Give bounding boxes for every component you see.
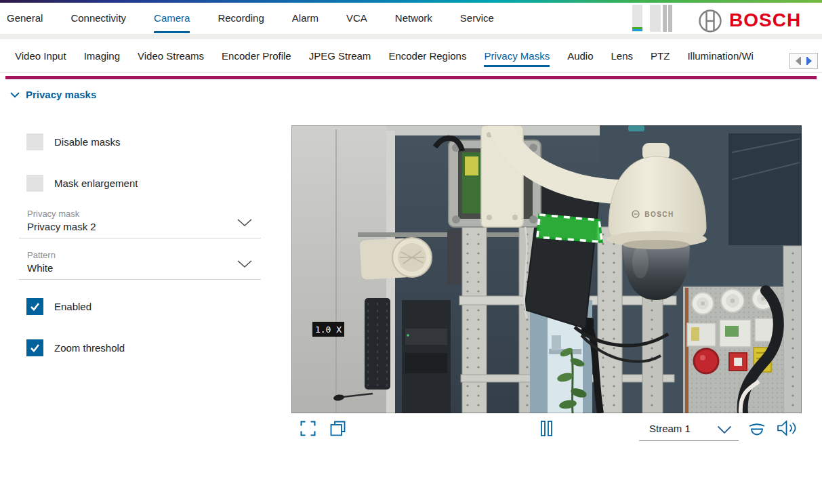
pattern-select[interactable]: Pattern White bbox=[19, 250, 261, 280]
stream-select-chevron-icon[interactable] bbox=[717, 425, 732, 434]
mask-enlargement-label: Mask enlargement bbox=[54, 177, 138, 189]
top-nav-vca[interactable]: VCA bbox=[346, 3, 367, 34]
zoom-threshold-checkbox[interactable] bbox=[26, 339, 43, 356]
top-header: General Connectivity Camera Recording Al… bbox=[0, 3, 822, 34]
tab-encoder-regions[interactable]: Encoder Regions bbox=[388, 39, 466, 73]
privacy-mask-select-value: Privacy mask 2 bbox=[27, 221, 261, 232]
tab-jpeg-stream[interactable]: JPEG Stream bbox=[309, 39, 371, 73]
zoom-threshold-label: Zoom threshold bbox=[54, 342, 125, 354]
camera-brand-label: BOSCH bbox=[644, 211, 674, 218]
tab-illumination[interactable]: Illumination/Wi bbox=[687, 39, 754, 73]
checkmark-icon bbox=[29, 301, 41, 312]
tab-scroll-right-icon[interactable] bbox=[806, 56, 814, 66]
disable-masks-row: Disable masks bbox=[26, 133, 121, 150]
privacy-mask-region[interactable] bbox=[537, 215, 602, 242]
load-bar-active bbox=[632, 5, 642, 32]
section-accent-rule bbox=[5, 76, 817, 79]
zoom-indicator: 1.0 X bbox=[312, 322, 344, 337]
tab-privacy-masks[interactable]: Privacy Masks bbox=[484, 39, 550, 73]
top-nav: General Connectivity Camera Recording Al… bbox=[7, 3, 494, 34]
top-nav-connectivity[interactable]: Connectivity bbox=[70, 3, 126, 34]
top-nav-network[interactable]: Network bbox=[395, 3, 432, 34]
electrical-panel bbox=[683, 287, 783, 413]
top-nav-general[interactable]: General bbox=[7, 3, 43, 34]
tab-scroll-left-icon[interactable] bbox=[794, 56, 802, 66]
privacy-mask-select[interactable]: Privacy mask Privacy mask 2 bbox=[19, 209, 261, 238]
bosch-camera-config-page: General Connectivity Camera Recording Al… bbox=[0, 0, 822, 504]
pattern-select-value: White bbox=[27, 262, 261, 274]
bosch-anchor-logo-icon bbox=[698, 9, 722, 33]
zoom-threshold-row: Zoom threshold bbox=[26, 339, 125, 356]
tab-imaging[interactable]: Imaging bbox=[84, 39, 120, 73]
mask-enlargement-row: Mask enlargement bbox=[26, 175, 138, 192]
tab-video-input[interactable]: Video Input bbox=[15, 39, 66, 73]
header-divider bbox=[0, 34, 822, 39]
load-bar-4 bbox=[668, 5, 672, 32]
enabled-checkbox[interactable] bbox=[26, 298, 43, 315]
enabled-label: Enabled bbox=[54, 301, 91, 312]
pattern-select-label: Pattern bbox=[27, 250, 261, 260]
privacy-mask-select-label: Privacy mask bbox=[27, 209, 261, 219]
top-nav-recording[interactable]: Recording bbox=[218, 3, 264, 34]
disable-masks-checkbox[interactable] bbox=[26, 133, 43, 150]
load-bar-2 bbox=[650, 5, 661, 32]
section-header[interactable]: Privacy masks bbox=[9, 89, 96, 100]
load-bar-3 bbox=[663, 5, 667, 32]
speaker-audio-icon[interactable] bbox=[777, 420, 797, 436]
fullscreen-icon[interactable] bbox=[300, 421, 316, 436]
chevron-down-icon bbox=[237, 259, 253, 269]
dome-camera-icon[interactable] bbox=[747, 422, 766, 436]
horn-speaker bbox=[360, 237, 433, 280]
tab-audio[interactable]: Audio bbox=[567, 39, 593, 73]
chevron-down-icon bbox=[237, 218, 253, 228]
stream-select-underline bbox=[639, 440, 739, 441]
section-title: Privacy masks bbox=[26, 89, 96, 100]
top-nav-camera[interactable]: Camera bbox=[154, 3, 190, 34]
load-indicator-bars bbox=[632, 5, 674, 32]
video-preview[interactable]: BOSCH 1.0 X bbox=[291, 125, 802, 413]
disable-masks-label: Disable masks bbox=[54, 136, 121, 148]
tab-ptz[interactable]: PTZ bbox=[651, 39, 670, 73]
camera-subnav: Video Input Imaging Video Streams Encode… bbox=[0, 39, 822, 73]
bosch-wordmark: BOSCH bbox=[729, 9, 801, 31]
subnav-tabs: Video Input Imaging Video Streams Encode… bbox=[15, 39, 787, 73]
pause-icon[interactable] bbox=[541, 421, 552, 436]
top-nav-service[interactable]: Service bbox=[460, 3, 494, 34]
top-nav-alarm[interactable]: Alarm bbox=[292, 3, 318, 34]
tab-scroller bbox=[789, 53, 818, 69]
video-canvas[interactable]: BOSCH 1.0 X bbox=[291, 125, 802, 413]
mask-enlargement-checkbox[interactable] bbox=[26, 175, 43, 192]
tab-lens[interactable]: Lens bbox=[611, 39, 634, 73]
enabled-row: Enabled bbox=[26, 298, 91, 315]
zoom-indicator-text: 1.0 X bbox=[315, 324, 342, 335]
tab-video-streams[interactable]: Video Streams bbox=[138, 39, 204, 73]
snapshot-copy-icon[interactable] bbox=[329, 420, 346, 437]
checkmark-icon bbox=[29, 343, 41, 353]
stream-select[interactable]: Stream 1 bbox=[649, 423, 691, 434]
tab-encoder-profile[interactable]: Encoder Profile bbox=[222, 39, 291, 73]
chevron-down-icon bbox=[9, 90, 20, 100]
